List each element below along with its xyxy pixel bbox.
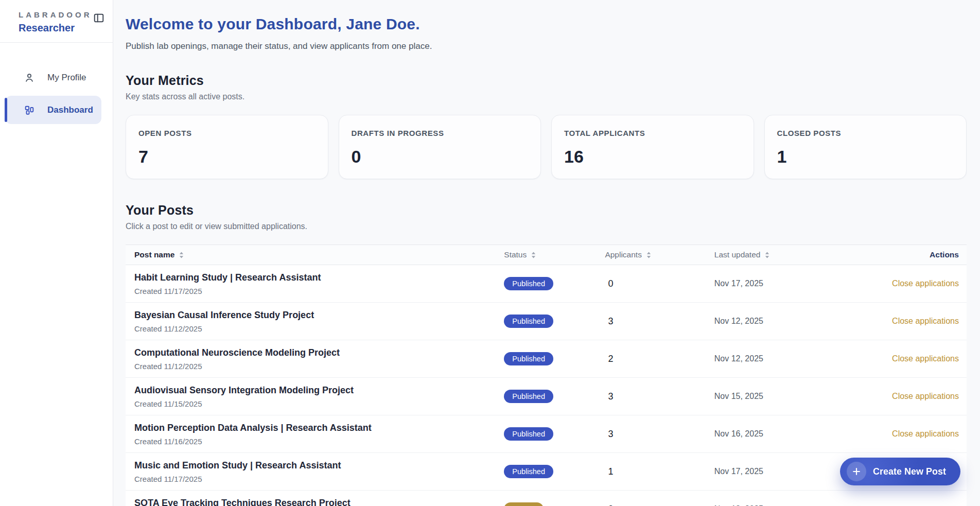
post-name-cell: SOTA Eye Tracking Techniques Research Pr… (126, 498, 504, 506)
sidebar-item-label: Dashboard (47, 105, 93, 115)
post-actions-cell: Close applications (857, 392, 967, 401)
posts-table-header: Post nameStatusApplicantsLast updatedAct… (126, 245, 967, 265)
main-content: Welcome to your Dashboard, Jane Doe. Pub… (113, 0, 980, 506)
status-badge: Published (504, 315, 553, 328)
post-created-date: Created 11/17/2025 (134, 475, 504, 483)
metric-value: 16 (564, 148, 741, 165)
post-status-cell: Published (504, 465, 605, 478)
column-header-label: Status (504, 250, 527, 259)
panel-left-icon (93, 12, 104, 24)
sidebar-item-my-profile[interactable]: My Profile (5, 63, 101, 92)
post-name-cell: Music and Emotion Study | Research Assis… (126, 460, 504, 483)
close-applications-link[interactable]: Close applications (892, 317, 959, 325)
status-badge: Closed (504, 502, 544, 506)
metric-label: OPEN POSTS (138, 129, 316, 137)
posts-section: Your Posts Click a post to edit or view … (126, 203, 967, 506)
status-badge: Published (504, 390, 553, 403)
post-created-date: Created 11/12/2025 (134, 324, 504, 333)
status-badge: Published (504, 427, 553, 441)
column-header-label: Applicants (605, 250, 642, 259)
post-title: Habit Learning Study | Research Assistan… (134, 272, 504, 283)
post-title: SOTA Eye Tracking Techniques Research Pr… (134, 498, 504, 506)
page-title: Welcome to your Dashboard, Jane Doe. (126, 15, 967, 33)
metrics-section: Your Metrics Key stats across all active… (126, 73, 967, 179)
column-header-label: Actions (930, 250, 959, 259)
post-applicants-count: 2 (605, 354, 714, 364)
create-new-post-label: Create New Post (873, 466, 946, 477)
post-last-updated: Nov 12, 2025 (714, 317, 857, 326)
post-row[interactable]: Motion Perception Data Analysis | Resear… (126, 415, 967, 453)
post-applicants-count: 3 (605, 316, 714, 327)
post-row[interactable]: Habit Learning Study | Research Assistan… (126, 265, 967, 303)
column-header-applicants[interactable]: Applicants (605, 245, 714, 265)
metric-value: 0 (352, 148, 529, 165)
close-applications-link[interactable]: Close applications (892, 279, 959, 288)
post-row[interactable]: SOTA Eye Tracking Techniques Research Pr… (126, 491, 967, 506)
metric-value: 7 (138, 148, 316, 165)
create-new-post-button[interactable]: Create New Post (840, 458, 960, 485)
post-actions-cell: Close applications (857, 317, 967, 326)
metric-label: TOTAL APPLICANTS (564, 129, 741, 137)
column-header-post-name[interactable]: Post name (126, 245, 504, 265)
metric-card: TOTAL APPLICANTS16 (551, 115, 754, 179)
post-last-updated: Nov 17, 2025 (714, 467, 857, 476)
post-name-cell: Bayesian Causal Inference Study ProjectC… (126, 310, 504, 333)
posts-section-title: Your Posts (126, 203, 967, 218)
post-name-cell: Habit Learning Study | Research Assistan… (126, 272, 504, 295)
metric-card: CLOSED POSTS1 (764, 115, 967, 179)
column-header-last-updated[interactable]: Last updated (714, 245, 857, 265)
logo-wordmark: LABRADOOR (19, 10, 92, 19)
metric-card: DRAFTS IN PROGRESS0 (339, 115, 541, 179)
dashboard-icon (24, 104, 35, 116)
post-status-cell: Published (504, 427, 605, 441)
sidebar-collapse-button[interactable] (92, 11, 106, 26)
column-header-status[interactable]: Status (504, 245, 605, 265)
post-last-updated: Nov 15, 2025 (714, 392, 857, 401)
status-badge: Published (504, 277, 553, 290)
post-row[interactable]: Computational Neuroscience Modeling Proj… (126, 340, 967, 378)
post-status-cell: Published (504, 352, 605, 365)
post-name-cell: Motion Perception Data Analysis | Resear… (126, 423, 504, 446)
metric-label: CLOSED POSTS (777, 129, 954, 137)
post-created-date: Created 11/15/2025 (134, 399, 504, 408)
post-title: Motion Perception Data Analysis | Resear… (134, 423, 504, 433)
plus-icon (847, 462, 866, 481)
post-title: Computational Neuroscience Modeling Proj… (134, 347, 504, 358)
post-title: Bayesian Causal Inference Study Project (134, 310, 504, 321)
sidebar-header: LABRADOOR Researcher (0, 0, 113, 42)
sidebar: LABRADOOR Researcher My ProfileDashboard (0, 0, 113, 506)
post-row[interactable]: Bayesian Causal Inference Study ProjectC… (126, 303, 967, 340)
post-actions-cell: Close applications (857, 429, 967, 439)
metrics-section-subtitle: Key stats across all active posts. (126, 92, 967, 101)
post-title: Music and Emotion Study | Research Assis… (134, 460, 504, 471)
post-title: Audiovisual Sensory Integration Modeling… (134, 385, 504, 396)
sidebar-nav: My ProfileDashboard (0, 63, 113, 124)
post-row[interactable]: Audiovisual Sensory Integration Modeling… (126, 378, 967, 415)
column-header-actions: Actions (857, 245, 967, 265)
post-name-cell: Audiovisual Sensory Integration Modeling… (126, 385, 504, 408)
close-applications-link[interactable]: Close applications (892, 429, 959, 438)
post-created-date: Created 11/16/2025 (134, 437, 504, 446)
metric-value: 1 (777, 148, 954, 165)
metrics-section-title: Your Metrics (126, 73, 967, 88)
sidebar-item-dashboard[interactable]: Dashboard (5, 96, 101, 124)
posts-section-subtitle: Click a post to edit or view submitted a… (126, 222, 967, 231)
post-applicants-count: 2 (605, 504, 714, 506)
post-applicants-count: 1 (605, 466, 714, 477)
sidebar-item-label: My Profile (47, 73, 86, 83)
sort-icon (531, 252, 536, 258)
sidebar-divider (0, 42, 113, 43)
post-status-cell: Closed (504, 502, 605, 506)
close-applications-link[interactable]: Close applications (892, 392, 959, 400)
post-applicants-count: 3 (605, 429, 714, 440)
logo: LABRADOOR Researcher (19, 10, 92, 34)
user-icon (24, 72, 35, 83)
metric-cards: OPEN POSTS7DRAFTS IN PROGRESS0TOTAL APPL… (126, 115, 967, 179)
column-header-label: Post name (134, 250, 174, 259)
close-applications-link[interactable]: Close applications (892, 354, 959, 363)
sort-icon (764, 252, 770, 258)
post-last-updated: Nov 16, 2025 (714, 429, 857, 439)
metric-label: DRAFTS IN PROGRESS (352, 129, 529, 137)
column-header-label: Last updated (714, 250, 761, 259)
post-actions-cell: Close applications (857, 279, 967, 288)
